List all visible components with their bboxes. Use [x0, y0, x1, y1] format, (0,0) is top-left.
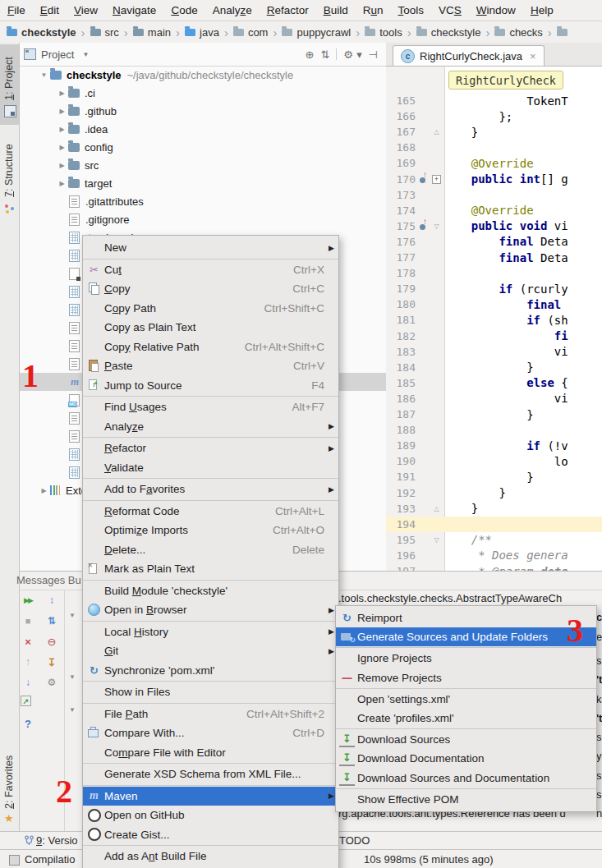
context-menu-item-synchronize-pom-xml[interactable]: ↻Synchronize 'pom.xml' [83, 661, 338, 681]
context-menu-item-cut[interactable]: ✂CutCtrl+X [83, 260, 338, 280]
context-menu-item-mark-as-plain-text[interactable]: Mark as Plain Text [83, 559, 338, 579]
context-menu-item-git[interactable]: Git▶ [83, 641, 338, 661]
maven-submenu-item-reimport[interactable]: ↻Reimport [336, 609, 596, 627]
menubar-item-edit[interactable]: Edit [33, 0, 67, 21]
tree-item-src[interactable]: ▶src [20, 156, 387, 174]
context-menu-item-local-history[interactable]: Local History▶ [83, 622, 338, 642]
context-menu-item-show-in-files[interactable]: Show in Files [83, 682, 338, 702]
context-menu-item-file-path[interactable]: File PathCtrl+Alt+Shift+2 [83, 705, 338, 724]
tree-item-config[interactable]: ▶config [20, 138, 387, 156]
fold-marker-icon[interactable]: ▽ [430, 223, 443, 230]
tree-item-checkstyle[interactable]: ▼checkstyle~/java/github/checkstyle/chec… [20, 66, 387, 84]
context-menu-item-generate-xsd-schema-from-xml-file[interactable]: Generate XSD Schema from XML File... [83, 765, 338, 784]
context-menu-item-new[interactable]: New▶ [83, 238, 338, 258]
tool-button-project[interactable]: 1: Project [3, 57, 15, 100]
context-menu-item-delete[interactable]: Delete...Delete [83, 540, 338, 560]
fold-marker-icon[interactable]: + [430, 175, 443, 184]
tool-button-version-control[interactable]: 9: Versio [36, 834, 78, 847]
hide-warnings-icon[interactable]: ⊖ [44, 634, 59, 649]
collapse-all-icon[interactable]: ⇅ [44, 613, 59, 628]
context-menu-item-refactor[interactable]: Refactor▶ [83, 439, 338, 458]
breadcrumb-item-checkstyle[interactable]: checkstyle [416, 26, 481, 39]
menubar-item-run[interactable]: Run [356, 0, 391, 21]
context-menu-item-find-usages[interactable]: Find UsagesAlt+F7 [83, 397, 338, 417]
context-menu-item-add-to-favorites[interactable]: Add to Favorites▶ [83, 480, 338, 499]
maven-submenu-item-remove-projects[interactable]: —Remove Projects [336, 668, 596, 687]
tree-expand-icon[interactable]: ▶ [57, 180, 67, 187]
context-menu-item-open-in-browser[interactable]: Open in Browser▶ [83, 600, 338, 620]
tree-expand-icon[interactable]: ▼ [69, 612, 76, 619]
collapse-all-icon[interactable]: ⇅ [320, 48, 329, 61]
tree-expand-icon[interactable]: ▼ [69, 673, 76, 681]
context-menu-item-add-as-ant-build-file[interactable]: Add as Ant Build File [83, 847, 338, 866]
menubar-item-window[interactable]: Window [469, 0, 523, 21]
context-menu-item-analyze[interactable]: Analyze▶ [83, 417, 338, 437]
tree-expand-icon[interactable]: ▶ [57, 144, 67, 151]
context-menu-item-reformat-code[interactable]: Reformat CodeCtrl+Alt+L [83, 502, 338, 521]
tab-rightcurlycheck[interactable]: c RightCurlyCheck.java × [393, 45, 545, 66]
fold-marker-icon[interactable]: △ [430, 505, 443, 512]
tree-expand-icon[interactable]: ▶ [39, 487, 48, 494]
context-menu-item-create-gist[interactable]: Create Gist... [83, 825, 338, 845]
tree-item-target[interactable]: ▶target [20, 174, 387, 192]
context-menu-item-jump-to-source[interactable]: Jump to SourceF4 [83, 376, 338, 396]
tool-button-favorites[interactable]: 2: Favorites [3, 755, 15, 809]
menubar-item-help[interactable]: Help [523, 0, 561, 21]
structure-tool-icon[interactable] [4, 203, 15, 214]
context-menu-item-copy[interactable]: CopyCtrl+C [83, 279, 338, 299]
tool-button-todo[interactable]: TODO [339, 834, 370, 847]
settings-gear-icon[interactable]: ⚙ ▾ [343, 48, 361, 61]
tree-expand-icon[interactable]: ▶ [57, 108, 67, 115]
breadcrumb-item-com[interactable]: com [233, 26, 269, 39]
context-menu-item-copy-relative-path[interactable]: Copy Relative PathCtrl+Alt+Shift+C [83, 338, 338, 357]
tree-item-github[interactable]: ▶.github [20, 102, 387, 120]
export-icon[interactable]: ↗ [21, 696, 31, 706]
chevron-down-icon[interactable]: ▼ [82, 51, 89, 58]
menubar-item-build[interactable]: Build [316, 0, 356, 21]
stop-icon[interactable]: ■ [21, 613, 35, 628]
favorites-star-icon[interactable]: ★ [4, 813, 15, 824]
breadcrumb-item-puppycrawl[interactable]: puppycrawl [282, 26, 351, 39]
override-gutter-icon[interactable]: ↑ [416, 218, 430, 233]
tree-expand-icon[interactable]: ▶ [57, 90, 67, 97]
tree-expand-icon[interactable]: ▶ [57, 162, 67, 169]
menubar-item-vcs[interactable]: VCS [431, 0, 469, 21]
maven-submenu-item-open-settings-xml[interactable]: Open 'settings.xml' [336, 690, 596, 709]
tree-item-gitattributes[interactable]: .gitattributes [20, 192, 387, 210]
context-menu-item-optimize-imports[interactable]: Optimize ImportsCtrl+Alt+O [83, 521, 338, 540]
import-icon[interactable]: ↧ [44, 654, 59, 669]
context-menu-item-compare-with[interactable]: Compare With...Ctrl+D [83, 723, 338, 743]
editor[interactable]: c RightCurlyCheck.java × RightCurlyCheck… [386, 43, 602, 571]
locate-icon[interactable]: ⊕ [306, 48, 315, 61]
menubar-item-file[interactable]: File [0, 0, 33, 21]
context-menu-item-validate[interactable]: Validate [83, 458, 338, 478]
context-menu-item-build-module-checkstyle[interactable]: Build Module 'checkstyle' [83, 581, 338, 601]
context-menu-item-copy-path[interactable]: Copy PathCtrl+Shift+C [83, 299, 338, 319]
close-icon[interactable]: × [21, 634, 35, 649]
breadcrumb-item-checks[interactable]: checks [494, 26, 542, 39]
context-menu-item-maven[interactable]: mMaven▶ [83, 787, 338, 806]
tree-expand-icon[interactable]: ▶ [57, 126, 67, 133]
down-icon[interactable]: ↓ [21, 675, 35, 690]
tree-item-ci[interactable]: ▶.ci [20, 84, 387, 102]
menubar-item-tools[interactable]: Tools [391, 0, 432, 21]
settings-icon[interactable]: ⚙ [44, 675, 59, 690]
breadcrumb-item-java[interactable]: java [185, 26, 219, 39]
maven-submenu-item-download-sources[interactable]: ↧Download Sources [336, 730, 596, 749]
tree-expand-icon[interactable]: ▼ [69, 706, 76, 714]
maven-submenu-item-create-profiles-xml[interactable]: Create 'profiles.xml' [336, 709, 596, 728]
hide-panel-icon[interactable]: ⊣ [369, 48, 378, 61]
rerun-icon[interactable]: ▶▶ [21, 593, 35, 608]
context-menu-item-compare-file-with-editor[interactable]: Compare File with Editor [83, 743, 338, 763]
menubar-item-analyze[interactable]: Analyze [205, 0, 260, 21]
breadcrumb-item-checkstyle[interactable]: checkstyle [7, 26, 76, 39]
tree-item-gitignore[interactable]: .gitignore [20, 210, 387, 228]
breadcrumb-item-main[interactable]: main [133, 26, 171, 39]
fold-marker-icon[interactable]: △ [430, 128, 443, 135]
maven-submenu-item-ignore-projects[interactable]: Ignore Projects [336, 649, 596, 668]
tree-item-idea[interactable]: ▶.idea [20, 120, 387, 138]
up-icon[interactable]: ↑ [21, 654, 35, 669]
project-tool-icon[interactable] [4, 105, 16, 117]
close-icon[interactable]: × [530, 50, 536, 62]
override-gutter-icon[interactable]: ↑ [416, 172, 430, 186]
